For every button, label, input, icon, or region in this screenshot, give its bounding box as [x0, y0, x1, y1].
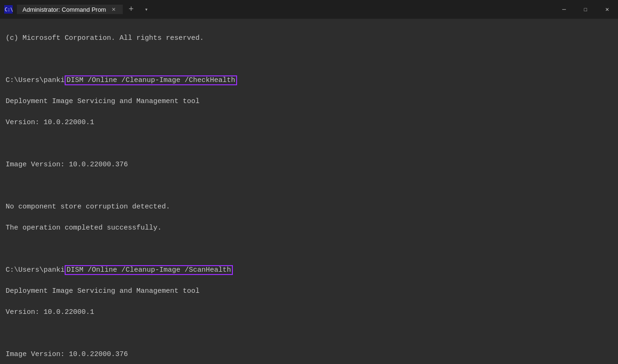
- tab-area: Administrator: Command Prom ✕ + ▾: [17, 5, 553, 14]
- prompt-2: C:\Users\panki: [6, 266, 65, 274]
- maximize-button[interactable]: ☐: [575, 0, 596, 19]
- window: C:\ Administrator: Command Prom ✕ + ▾ ─ …: [0, 0, 618, 364]
- command-line-2: C:\Users\pankiDISM /Online /Cleanup-Imag…: [6, 265, 612, 276]
- blank-line-2: [6, 139, 612, 149]
- output-2-line-3: Image Version: 10.0.22000.376: [6, 349, 612, 360]
- output-1-line-1: Deployment Image Servicing and Managemen…: [6, 97, 612, 107]
- titlebar: C:\ Administrator: Command Prom ✕ + ▾ ─ …: [0, 0, 618, 19]
- copyright-line: (c) Microsoft Corporation. All rights re…: [6, 33, 612, 44]
- output-2-line-1: Deployment Image Servicing and Managemen…: [6, 286, 612, 297]
- tab-dropdown-button[interactable]: ▾: [139, 5, 153, 14]
- output-1-line-2: Version: 10.0.22000.1: [6, 118, 612, 128]
- blank-line-3: [6, 181, 612, 192]
- app-icon: C:\: [4, 5, 13, 14]
- output-2-line-2: Version: 10.0.22000.1: [6, 307, 612, 318]
- active-tab[interactable]: Administrator: Command Prom ✕: [17, 5, 123, 14]
- command-highlight-2: DISM /Online /Cleanup-Image /ScanHealth: [65, 265, 233, 275]
- tab-close-button[interactable]: ✕: [110, 6, 117, 13]
- svg-text:C:\: C:\: [5, 7, 13, 12]
- tab-title: Administrator: Command Prom: [22, 6, 106, 13]
- blank-line-5: [6, 328, 612, 339]
- close-button[interactable]: ✕: [596, 0, 618, 19]
- output-1-line-5: The operation completed successfully.: [6, 223, 612, 234]
- terminal-output[interactable]: (c) Microsoft Corporation. All rights re…: [0, 19, 618, 364]
- blank-line-1: [6, 54, 612, 65]
- prompt-1: C:\Users\panki: [6, 76, 65, 84]
- output-1-line-4: No component store corruption detected.: [6, 202, 612, 213]
- command-highlight-1: DISM /Online /Cleanup-Image /CheckHealth: [65, 75, 237, 85]
- output-1-line-3: Image Version: 10.0.22000.376: [6, 160, 612, 171]
- command-line-1: C:\Users\pankiDISM /Online /Cleanup-Imag…: [6, 75, 612, 86]
- minimize-button[interactable]: ─: [553, 0, 575, 19]
- blank-line-4: [6, 244, 612, 255]
- window-controls: ─ ☐ ✕: [553, 0, 618, 19]
- new-tab-button[interactable]: +: [123, 5, 139, 14]
